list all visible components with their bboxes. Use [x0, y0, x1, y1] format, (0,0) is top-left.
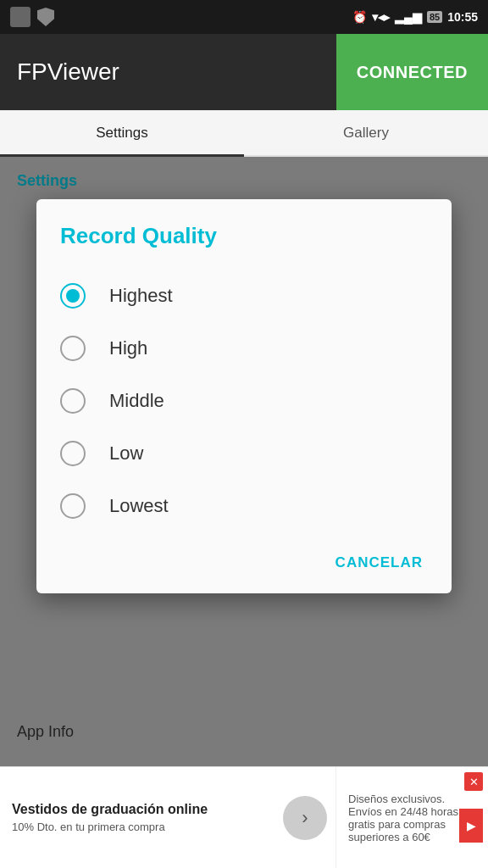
- cancel-button[interactable]: CANCELAR: [330, 546, 428, 580]
- radio-label-middle: Middle: [109, 390, 164, 412]
- image-icon: [10, 7, 30, 27]
- radio-option-highest[interactable]: Highest: [60, 270, 428, 322]
- dialog-title: Record Quality: [60, 223, 428, 249]
- app-title: FPViewer: [0, 34, 336, 110]
- radio-middle[interactable]: [60, 388, 86, 414]
- signal-icon: ▂▄▆: [395, 10, 422, 24]
- time-display: 10:55: [447, 10, 478, 24]
- status-right-icons: ⏰ ▾◂▸ ▂▄▆ 85 10:55: [352, 10, 478, 24]
- content-area: Settings Record Quality Highest High Mid…: [0, 157, 488, 868]
- radio-label-highest: Highest: [109, 285, 173, 307]
- radio-label-low: Low: [109, 442, 143, 465]
- ad-arrow-button[interactable]: ›: [283, 796, 327, 840]
- radio-label-high: High: [109, 337, 147, 359]
- modal-overlay: Record Quality Highest High Middle Low: [0, 157, 488, 868]
- radio-label-lowest: Lowest: [109, 495, 169, 517]
- dialog-actions: CANCELAR: [60, 532, 428, 580]
- radio-lowest[interactable]: [60, 493, 86, 519]
- status-bar: ⏰ ▾◂▸ ▂▄▆ 85 10:55: [0, 0, 488, 34]
- shield-icon: [37, 8, 54, 26]
- app-info-label: App Info: [0, 706, 91, 758]
- app-bar: FPViewer CONNECTED: [0, 34, 488, 110]
- tab-settings[interactable]: Settings: [0, 110, 244, 155]
- radio-high[interactable]: [60, 336, 86, 361]
- radio-option-high[interactable]: High: [60, 322, 428, 375]
- tab-bar: Settings Gallery: [0, 110, 488, 157]
- radio-option-middle[interactable]: Middle: [60, 375, 428, 427]
- ad-subtitle: 10% Dto. en tu primera compra: [12, 821, 263, 833]
- tab-gallery[interactable]: Gallery: [244, 110, 488, 155]
- connected-button[interactable]: CONNECTED: [336, 34, 488, 110]
- status-left-icons: [10, 7, 54, 27]
- ad-content: Vestidos de graduación online 10% Dto. e…: [0, 793, 274, 842]
- radio-option-lowest[interactable]: Lowest: [60, 480, 428, 532]
- radio-highest[interactable]: [60, 283, 86, 309]
- alarm-icon: ⏰: [352, 10, 367, 24]
- wifi-icon: ▾◂▸: [372, 10, 390, 24]
- battery-icon: 85: [427, 11, 442, 23]
- record-quality-dialog: Record Quality Highest High Middle Low: [36, 199, 452, 593]
- ad-play-button[interactable]: ▶: [459, 809, 483, 843]
- ad-title: Vestidos de graduación online: [12, 802, 263, 817]
- ad-close-button[interactable]: ✕: [464, 772, 483, 791]
- radio-low[interactable]: [60, 441, 86, 466]
- ad-banner: Vestidos de graduación online 10% Dto. e…: [0, 766, 488, 868]
- radio-option-low[interactable]: Low: [60, 427, 428, 480]
